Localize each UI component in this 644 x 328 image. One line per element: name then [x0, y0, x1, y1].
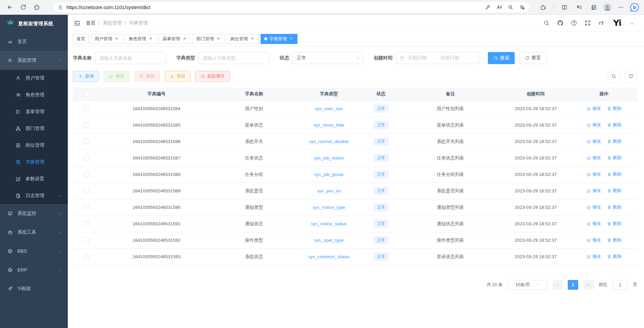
- row-delete-button[interactable]: 删除: [607, 105, 622, 111]
- row-checkbox[interactable]: [84, 172, 89, 177]
- dict-type-link[interactable]: sys_yes_no: [317, 188, 341, 193]
- split-screen-icon[interactable]: [559, 2, 570, 13]
- tab-3[interactable]: 菜单管理×: [159, 34, 191, 44]
- bing-chat-icon[interactable]: b: [630, 3, 639, 12]
- reset-button[interactable]: 重置: [519, 52, 546, 64]
- search-button[interactable]: 搜索: [488, 52, 515, 64]
- sidebar-item-yi-framework[interactable]: Yi框架: [0, 279, 68, 298]
- sidebar-item-system-monitor[interactable]: 系统监控: [0, 204, 68, 223]
- status-select[interactable]: 正常: [292, 52, 364, 64]
- dict-type-link[interactable]: sys_normal_disable: [309, 139, 349, 144]
- row-edit-button[interactable]: 修改: [587, 237, 601, 243]
- export-button[interactable]: 导出: [165, 71, 191, 82]
- row-edit-button[interactable]: 修改: [587, 221, 601, 227]
- row-checkbox[interactable]: [84, 106, 89, 111]
- breadcrumb-home[interactable]: 首页: [86, 20, 95, 26]
- sidebar-item-system-mgmt[interactable]: 系统管理: [0, 51, 68, 70]
- row-checkbox[interactable]: [84, 123, 89, 128]
- row-checkbox[interactable]: [84, 205, 89, 210]
- row-edit-button[interactable]: 修改: [587, 138, 601, 144]
- tab-active[interactable]: 字典管理×: [261, 34, 297, 44]
- fullscreen-icon[interactable]: [585, 20, 591, 26]
- row-edit-button[interactable]: 修改: [587, 122, 601, 128]
- address-bar[interactable]: https://ccnetcore.com:1101/system/dict: [53, 2, 530, 13]
- sidebar-item-dept-mgmt[interactable]: 部门管理: [0, 120, 68, 137]
- close-tab-icon[interactable]: ×: [216, 36, 221, 41]
- row-edit-button[interactable]: 修改: [587, 171, 601, 177]
- row-edit-button[interactable]: 修改: [587, 188, 601, 194]
- close-tab-icon[interactable]: ×: [289, 36, 294, 41]
- browser-profile-avatar[interactable]: [603, 3, 612, 12]
- refresh-cache-button[interactable]: 刷新缓存: [195, 71, 230, 82]
- dict-type-link[interactable]: sys_user_sex: [315, 106, 343, 111]
- row-delete-button[interactable]: 删除: [607, 138, 622, 144]
- current-page-button[interactable]: 1: [568, 280, 578, 290]
- tab-4[interactable]: 部门管理×: [193, 34, 225, 44]
- row-edit-button[interactable]: 修改: [587, 253, 601, 260]
- sidebar-item-bbs[interactable]: BBS: [0, 242, 68, 261]
- help-icon[interactable]: [571, 20, 577, 26]
- github-icon[interactable]: [557, 20, 563, 26]
- add-favorite-icon[interactable]: [517, 2, 527, 12]
- extensions-icon[interactable]: [538, 2, 549, 13]
- sidebar-item-role-mgmt[interactable]: 角色管理: [0, 87, 68, 103]
- sidebar-item-dict-mgmt[interactable]: 字典管理: [0, 154, 68, 171]
- refresh-table-button[interactable]: [625, 70, 637, 83]
- close-tab-icon[interactable]: ×: [250, 36, 255, 41]
- row-delete-button[interactable]: 删除: [607, 122, 622, 128]
- dict-name-input[interactable]: [95, 52, 166, 64]
- row-delete-button[interactable]: 删除: [607, 171, 622, 177]
- sidebar-item-log-mgmt[interactable]: 日志管理: [0, 187, 68, 204]
- row-checkbox[interactable]: [84, 238, 89, 243]
- sidebar-item-post-mgmt[interactable]: 岗位管理: [0, 137, 68, 154]
- sidebar-item-system-tools[interactable]: 系统工具: [0, 223, 68, 242]
- user-avatar-logo[interactable]: Yi: [613, 18, 621, 28]
- dict-type-link[interactable]: sys_oper_type: [314, 238, 343, 243]
- header-search-icon[interactable]: [543, 20, 550, 26]
- dict-type-link[interactable]: sys_job_status: [314, 155, 344, 160]
- row-delete-button[interactable]: 删除: [607, 188, 622, 194]
- favorites-bar-icon[interactable]: [573, 2, 585, 13]
- row-edit-button[interactable]: 修改: [587, 105, 601, 111]
- back-icon[interactable]: [4, 2, 15, 13]
- dict-type-link[interactable]: sys_job_group: [314, 172, 343, 177]
- row-checkbox[interactable]: [84, 188, 89, 193]
- read-aloud-icon[interactable]: [494, 2, 504, 12]
- tab-0[interactable]: 首页: [73, 34, 89, 44]
- sidebar-item-erp[interactable]: ERP: [0, 261, 68, 279]
- prev-page-button[interactable]: ‹: [552, 280, 563, 290]
- sidebar-toggle-icon[interactable]: [73, 19, 81, 27]
- dict-type-link[interactable]: sys_show_hide: [313, 123, 344, 128]
- row-delete-button[interactable]: 删除: [607, 253, 622, 260]
- close-tab-icon[interactable]: ×: [148, 36, 153, 41]
- select-all-checkbox[interactable]: [84, 92, 89, 97]
- password-key-icon[interactable]: [482, 2, 493, 12]
- zoom-out-icon[interactable]: [505, 2, 515, 12]
- row-checkbox[interactable]: [84, 155, 89, 160]
- next-page-button[interactable]: ›: [583, 280, 594, 290]
- row-checkbox[interactable]: [84, 254, 89, 259]
- tab-5[interactable]: 岗位管理×: [227, 34, 259, 44]
- goto-page-input[interactable]: [612, 280, 628, 290]
- delete-button[interactable]: 删除: [134, 71, 160, 82]
- dict-type-link[interactable]: sys_common_status: [308, 254, 350, 259]
- row-checkbox[interactable]: [84, 139, 89, 144]
- tab-1[interactable]: 用户管理×: [91, 34, 123, 44]
- dict-type-link[interactable]: sys_notice_status: [311, 221, 347, 226]
- tab-2[interactable]: 角色管理×: [125, 34, 157, 44]
- row-checkbox[interactable]: [84, 221, 89, 226]
- row-delete-button[interactable]: 删除: [607, 204, 622, 210]
- date-range-picker[interactable]: 开始日期 - 结束日期: [396, 52, 479, 64]
- dict-type-link[interactable]: sys_notice_type: [313, 205, 345, 210]
- close-tab-icon[interactable]: ×: [182, 36, 187, 41]
- sidebar-item-menu-mgmt[interactable]: 菜单管理: [0, 103, 68, 120]
- home-icon[interactable]: [31, 2, 42, 13]
- refresh-icon[interactable]: [17, 2, 29, 13]
- font-size-icon[interactable]: TT: [598, 20, 604, 26]
- sidebar-item-home[interactable]: 首页: [0, 32, 68, 51]
- sidebar-item-param-settings[interactable]: 参数设置: [0, 171, 68, 187]
- row-delete-button[interactable]: 删除: [607, 237, 622, 243]
- row-edit-button[interactable]: 修改: [587, 155, 601, 161]
- browser-menu-dots-icon[interactable]: [615, 2, 627, 13]
- add-button[interactable]: 新增: [73, 71, 99, 82]
